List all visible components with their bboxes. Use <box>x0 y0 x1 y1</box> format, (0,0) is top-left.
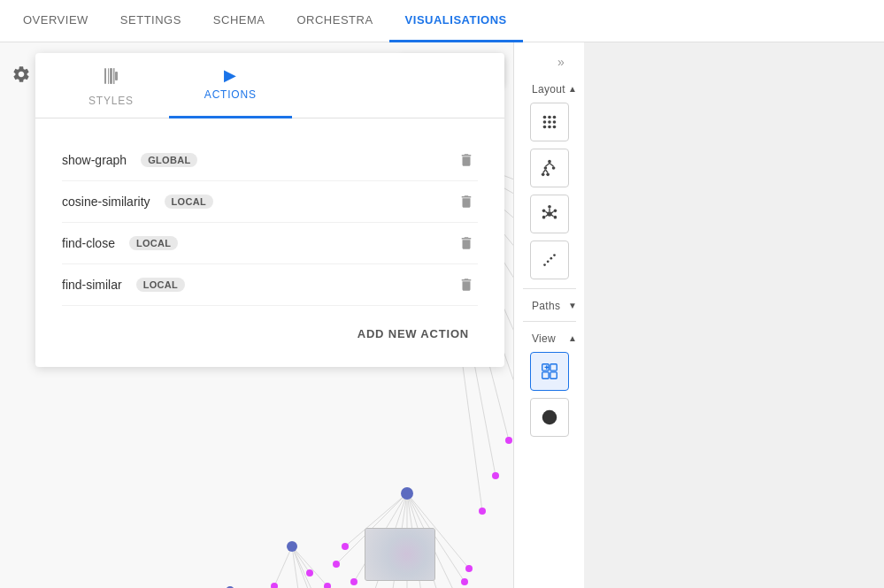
circle-view-button[interactable] <box>530 398 569 437</box>
svg-point-94 <box>553 210 557 213</box>
mini-map[interactable] <box>365 528 435 581</box>
view-arrow[interactable]: ▲ <box>568 333 577 343</box>
svg-rect-107 <box>550 364 556 370</box>
svg-point-100 <box>548 205 551 209</box>
action-name-show-graph: show-graph <box>62 153 127 167</box>
hub-layout-button[interactable] <box>530 195 569 233</box>
svg-point-98 <box>553 216 557 219</box>
dots-layout-button[interactable] <box>530 103 569 141</box>
action-left: show-graph GLOBAL <box>62 153 197 167</box>
paths-section-header: Paths ▼ <box>514 294 584 316</box>
svg-point-53 <box>306 569 313 577</box>
right-sidebar: » Layout ▲ <box>513 42 584 588</box>
actions-icon: ▶ <box>224 65 237 85</box>
svg-line-99 <box>550 215 553 217</box>
action-row-cosine-similarity: cosine-similarity LOCAL <box>62 181 478 223</box>
paths-arrow[interactable]: ▼ <box>568 301 577 310</box>
svg-point-96 <box>542 216 545 219</box>
svg-point-91 <box>547 211 552 217</box>
panel-content: show-graph GLOBAL cosine-similarity LOCA… <box>35 118 504 367</box>
action-badge-show-graph: GLOBAL <box>141 153 197 167</box>
action-left-find-similar: find-similar LOCAL <box>62 278 185 292</box>
panel-tab-styles-label: STYLES <box>88 95 134 107</box>
add-new-action-button[interactable]: ADD NEW ACTION <box>349 322 478 346</box>
top-navigation: OVERVIEW SETTINGS SCHEMA ORCHESTRA VISUA… <box>0 0 884 42</box>
svg-point-40 <box>342 543 349 550</box>
scatter-layout-button[interactable] <box>530 241 569 279</box>
action-badge-find-close: LOCAL <box>129 236 178 250</box>
svg-point-89 <box>541 173 544 177</box>
svg-point-78 <box>552 120 556 124</box>
svg-point-75 <box>552 116 556 119</box>
mini-map-inner <box>365 529 434 580</box>
svg-line-83 <box>545 164 550 167</box>
panel-tabs: STYLES ▶ ACTIONS <box>35 53 504 118</box>
svg-point-112 <box>542 410 557 425</box>
svg-point-58 <box>271 583 278 588</box>
nav-tab-settings[interactable]: SETTINGS <box>104 0 197 42</box>
svg-point-77 <box>548 120 551 124</box>
action-badge-cosine-similarity: LOCAL <box>165 195 213 209</box>
add-action-row: ADD NEW ACTION <box>62 306 478 349</box>
sidebar-divider-2 <box>523 321 576 322</box>
layout-section-header: Layout ▲ <box>514 78 584 99</box>
delete-button-find-close[interactable] <box>455 232 478 255</box>
svg-line-26 <box>274 546 292 586</box>
panel-tab-styles[interactable]: STYLES <box>53 53 169 118</box>
svg-point-38 <box>492 472 499 479</box>
paths-label: Paths <box>521 300 560 312</box>
svg-rect-108 <box>542 372 548 378</box>
action-left-find-close: find-close LOCAL <box>62 236 178 250</box>
svg-point-62 <box>401 487 413 500</box>
svg-line-22 <box>292 546 327 586</box>
svg-point-90 <box>546 173 550 177</box>
svg-line-97 <box>545 215 548 217</box>
action-row-find-similar: find-similar LOCAL <box>62 264 478 306</box>
action-name-find-similar: find-similar <box>62 278 122 292</box>
nav-tab-schema[interactable]: SCHEMA <box>197 0 281 42</box>
svg-line-95 <box>550 211 553 213</box>
svg-point-41 <box>333 561 340 568</box>
svg-point-63 <box>287 541 297 552</box>
svg-point-105 <box>553 254 556 256</box>
delete-button-cosine-similarity[interactable] <box>455 190 478 213</box>
action-row-show-graph: show-graph GLOBAL <box>62 140 478 181</box>
nav-tab-orchestra[interactable]: ORCHESTRA <box>281 0 388 42</box>
svg-point-85 <box>543 166 547 170</box>
grid-view-button[interactable] <box>530 352 569 391</box>
nav-tab-visualisations[interactable]: VISUALISATIONS <box>389 0 523 42</box>
svg-rect-71 <box>113 68 115 84</box>
svg-point-37 <box>505 437 512 444</box>
layout-label: Layout <box>521 83 565 95</box>
svg-rect-109 <box>550 372 556 378</box>
svg-rect-69 <box>108 68 109 84</box>
svg-line-88 <box>545 170 548 173</box>
svg-rect-70 <box>110 68 112 84</box>
svg-point-104 <box>550 257 552 260</box>
panel-tab-actions[interactable]: ▶ ACTIONS <box>169 53 292 118</box>
svg-point-76 <box>542 120 546 124</box>
svg-point-103 <box>546 260 549 263</box>
svg-point-42 <box>350 578 357 585</box>
svg-point-73 <box>542 116 546 119</box>
svg-point-39 <box>479 508 486 515</box>
action-row-find-close: find-close LOCAL <box>62 223 478 264</box>
sidebar-expand-button[interactable]: » <box>545 50 577 74</box>
svg-rect-68 <box>104 68 106 84</box>
styles-icon <box>100 65 121 91</box>
svg-point-48 <box>461 578 468 585</box>
panel-tab-actions-label: ACTIONS <box>204 88 257 101</box>
left-panel-area: STYLES ▶ ACTIONS show-graph GLOBAL <box>0 42 513 588</box>
view-label: View <box>521 332 556 345</box>
svg-point-92 <box>542 210 545 213</box>
sidebar-divider-1 <box>523 288 576 289</box>
gear-button[interactable] <box>7 60 35 88</box>
view-section-header: View ▲ <box>514 327 584 348</box>
action-name-cosine-similarity: cosine-similarity <box>62 195 150 209</box>
layout-arrow[interactable]: ▲ <box>568 84 577 94</box>
panel-overlay: STYLES ▶ ACTIONS show-graph GLOBAL <box>35 53 504 367</box>
tree-layout-button[interactable] <box>530 149 569 187</box>
delete-button-show-graph[interactable] <box>455 149 478 172</box>
delete-button-find-similar[interactable] <box>455 273 478 296</box>
nav-tab-overview[interactable]: OVERVIEW <box>7 0 104 42</box>
